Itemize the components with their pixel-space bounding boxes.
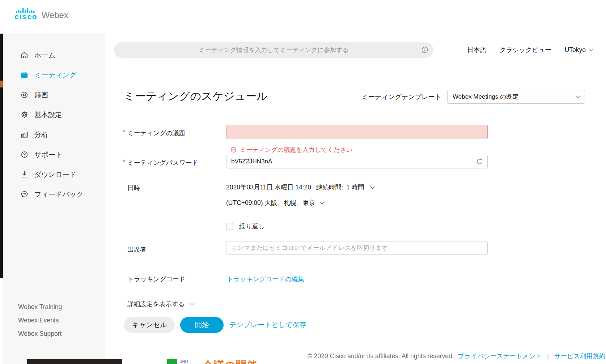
advanced-settings-label: 詳細設定を表示する	[127, 300, 185, 308]
sidebar-item-preferences[interactable]: 基本設定	[3, 105, 105, 125]
gear-icon	[20, 111, 29, 119]
footer-separator: |	[547, 352, 549, 360]
sidebar-nav: ホーム ミーティング 録画 基本設定 分析	[3, 45, 105, 204]
chevron-down-icon	[575, 94, 581, 100]
attendees-label: 出席者	[127, 245, 147, 254]
timezone-row[interactable]: (UTC+09:00) 大阪、札幌、東京	[226, 198, 326, 207]
cancel-button[interactable]: キャンセル	[124, 317, 175, 333]
sidebar-item-recordings[interactable]: 録画	[3, 85, 105, 105]
chevron-down-icon	[189, 300, 196, 308]
help-icon	[20, 150, 29, 159]
password-input[interactable]	[226, 155, 488, 168]
sidebar-item-label: ミーティング	[34, 70, 76, 80]
sidebar-item-analytics[interactable]: 分析	[3, 125, 105, 145]
language-link[interactable]: 日本語	[461, 46, 493, 54]
background-window-bottom-edge: JNU 会議の開催	[0, 359, 606, 364]
search-input[interactable]	[114, 42, 433, 58]
sidebar-item-label: 録画	[34, 90, 48, 100]
webex-support-link[interactable]: Webex Support	[18, 327, 62, 341]
error-icon	[230, 146, 237, 153]
sidebar-item-meetings[interactable]: ミーティング	[3, 65, 105, 85]
recurrence-label[interactable]: 繰り返し	[239, 222, 265, 231]
recurrence-checkbox[interactable]	[226, 223, 233, 230]
webex-wordmark: Webex	[42, 10, 68, 20]
datetime-value-row[interactable]: 2020年03月11日 水曜日 14:20 継続時間: 1 時間	[226, 183, 376, 192]
sidebar-item-label: 分析	[34, 130, 48, 140]
password-label: *ミーティングパスワード	[127, 158, 198, 167]
join-meeting-search	[114, 42, 433, 58]
background-window-orange-fragment	[0, 81, 3, 87]
template-selected-value: Webex Meetings の既定	[448, 90, 585, 103]
password-field	[226, 155, 488, 168]
refresh-icon[interactable]	[476, 158, 484, 166]
background-window-left-edge	[0, 34, 3, 278]
background-text-fragment-small: JNU	[177, 359, 203, 364]
required-mark: *	[123, 129, 125, 136]
topic-label: *ミーティングの議題	[127, 129, 185, 137]
tracking-label: トラッキングコード	[127, 275, 186, 283]
duration-label: 継続時間:	[316, 183, 343, 192]
background-green-block	[167, 359, 177, 364]
datetime-label: 日時	[127, 184, 140, 192]
chevron-down-icon	[369, 184, 376, 191]
chevron-down-icon	[319, 200, 326, 206]
analytics-icon	[20, 130, 29, 139]
start-button[interactable]: 開始	[180, 317, 224, 333]
copyright-text: © 2020 Cisco and/or its affiliates. All …	[308, 352, 454, 360]
recurrence-row: 繰り返し	[226, 222, 265, 231]
template-dropdown[interactable]: Webex Meetings の既定	[447, 90, 585, 104]
sidebar-item-label: 基本設定	[34, 110, 62, 120]
duration-value: 1 時間	[346, 183, 364, 192]
cisco-wordmark: cisco	[14, 13, 38, 20]
calendar-icon	[20, 71, 29, 79]
terms-of-service-link[interactable]: サービス利用規約	[554, 352, 605, 360]
topic-error: ミーティングの議題を入力してください	[230, 146, 352, 154]
topic-error-text: ミーティングの議題を入力してください	[240, 146, 352, 154]
webex-training-link[interactable]: Webex Training	[18, 300, 62, 314]
page-title: ミーティングのスケジュール	[124, 89, 268, 104]
save-as-template-link[interactable]: テンプレートとして保存	[229, 317, 306, 333]
chevron-down-icon	[588, 47, 594, 53]
datetime-value: 2020年03月11日 水曜日 14:20	[226, 183, 311, 192]
sidebar-item-label: フィードバック	[34, 190, 84, 199]
sidebar-item-label: ホーム	[34, 51, 55, 60]
download-icon	[20, 170, 29, 179]
advanced-settings-toggle[interactable]: 詳細設定を表示する	[127, 300, 196, 308]
sidebar-item-support[interactable]: サポート	[3, 145, 105, 164]
privacy-statement-link[interactable]: プライバシーステートメント	[458, 352, 542, 360]
sidebar-item-label: ダウンロード	[34, 170, 76, 179]
feedback-icon	[20, 190, 29, 198]
sidebar-item-feedback[interactable]: フィードバック	[3, 184, 105, 204]
record-icon	[20, 91, 29, 99]
template-label: ミーティングテンプレート	[362, 93, 441, 101]
topic-input[interactable]	[226, 125, 488, 139]
webex-scheduler-page: cisco Webex ホーム ミーティング 録画	[0, 0, 606, 364]
home-icon	[20, 51, 29, 59]
background-dark-block	[27, 359, 122, 364]
sidebar: ホーム ミーティング 録画 基本設定 分析	[3, 34, 105, 364]
meeting-template-row: ミーティングテンプレート Webex Meetings の既定	[362, 90, 585, 104]
background-text-fragment: 会議の開催	[203, 359, 257, 364]
header-links: 日本語 クラシックビュー UTokyo	[461, 45, 601, 55]
required-mark: *	[123, 158, 125, 166]
sidebar-footer-links: Webex Training Webex Events Webex Suppor…	[18, 300, 62, 341]
webex-events-link[interactable]: Webex Events	[18, 314, 62, 327]
sidebar-item-home[interactable]: ホーム	[3, 45, 105, 65]
attendees-input[interactable]	[226, 241, 488, 255]
sidebar-item-downloads[interactable]: ダウンロード	[3, 164, 105, 184]
timezone-value: (UTC+09:00) 大阪、札幌、東京	[226, 198, 315, 207]
classic-view-link[interactable]: クラシックビュー	[493, 46, 558, 54]
account-name: UTokyo	[565, 46, 586, 54]
tracking-edit-link[interactable]: トラッキングコードの編集	[227, 275, 304, 283]
sidebar-item-label: サポート	[34, 150, 62, 159]
cisco-webex-logo: cisco Webex	[14, 7, 68, 20]
info-icon[interactable]	[421, 46, 429, 54]
account-menu[interactable]: UTokyo	[558, 46, 601, 54]
